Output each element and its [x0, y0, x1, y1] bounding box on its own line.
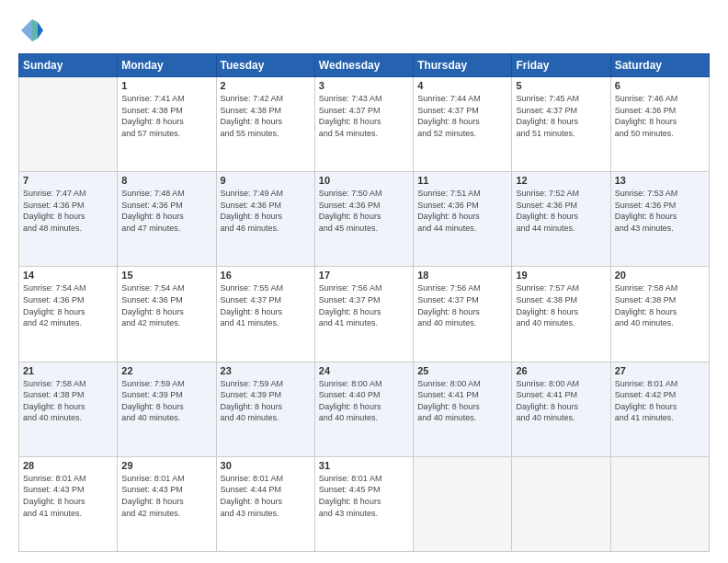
day-info: Sunrise: 7:41 AM Sunset: 4:38 PM Dayligh…	[121, 93, 211, 139]
day-info: Sunrise: 7:45 AM Sunset: 4:37 PM Dayligh…	[516, 93, 606, 139]
day-number: 11	[417, 175, 507, 186]
day-number: 20	[615, 270, 705, 281]
svg-marker-2	[32, 19, 38, 41]
day-number: 9	[221, 175, 311, 186]
svg-marker-1	[38, 22, 43, 39]
weekday-header-friday: Friday	[512, 54, 610, 77]
calendar-cell: 5Sunrise: 7:45 AM Sunset: 4:37 PM Daylig…	[512, 77, 610, 172]
day-number: 22	[121, 365, 211, 376]
calendar-cell: 15Sunrise: 7:54 AM Sunset: 4:36 PM Dayli…	[118, 267, 216, 362]
calendar-cell: 9Sunrise: 7:49 AM Sunset: 4:36 PM Daylig…	[216, 172, 314, 267]
calendar-cell: 8Sunrise: 7:48 AM Sunset: 4:36 PM Daylig…	[118, 172, 216, 267]
calendar-cell: 20Sunrise: 7:58 AM Sunset: 4:38 PM Dayli…	[610, 267, 709, 362]
day-info: Sunrise: 7:47 AM Sunset: 4:36 PM Dayligh…	[23, 188, 113, 234]
svg-marker-3	[21, 19, 32, 41]
day-number: 10	[319, 175, 409, 186]
calendar-cell: 16Sunrise: 7:55 AM Sunset: 4:37 PM Dayli…	[216, 267, 314, 362]
weekday-header-wednesday: Wednesday	[314, 54, 413, 77]
calendar-cell	[414, 456, 512, 551]
calendar-cell: 28Sunrise: 8:01 AM Sunset: 4:43 PM Dayli…	[19, 456, 118, 551]
calendar-cell: 12Sunrise: 7:52 AM Sunset: 4:36 PM Dayli…	[512, 172, 610, 267]
day-info: Sunrise: 7:42 AM Sunset: 4:38 PM Dayligh…	[221, 93, 311, 139]
calendar-cell: 7Sunrise: 7:47 AM Sunset: 4:36 PM Daylig…	[19, 172, 118, 267]
day-number: 1	[121, 80, 211, 91]
calendar-cell: 6Sunrise: 7:46 AM Sunset: 4:36 PM Daylig…	[610, 77, 709, 172]
calendar-week-row: 28Sunrise: 8:01 AM Sunset: 4:43 PM Dayli…	[19, 456, 710, 551]
calendar-cell: 1Sunrise: 7:41 AM Sunset: 4:38 PM Daylig…	[118, 77, 216, 172]
weekday-header-sunday: Sunday	[19, 54, 118, 77]
weekday-header-thursday: Thursday	[414, 54, 512, 77]
calendar-cell: 27Sunrise: 8:01 AM Sunset: 4:42 PM Dayli…	[610, 362, 709, 456]
day-number: 8	[121, 175, 211, 186]
weekday-header-saturday: Saturday	[610, 54, 709, 77]
day-number: 30	[221, 460, 311, 471]
day-number: 23	[221, 365, 311, 376]
day-info: Sunrise: 8:01 AM Sunset: 4:42 PM Dayligh…	[615, 378, 705, 424]
day-info: Sunrise: 7:58 AM Sunset: 4:38 PM Dayligh…	[615, 282, 705, 328]
day-number: 6	[615, 80, 705, 91]
day-number: 29	[121, 460, 211, 471]
calendar-cell: 31Sunrise: 8:01 AM Sunset: 4:45 PM Dayli…	[314, 456, 413, 551]
day-number: 31	[319, 460, 409, 471]
day-number: 28	[23, 460, 113, 471]
day-info: Sunrise: 8:00 AM Sunset: 4:40 PM Dayligh…	[319, 378, 409, 424]
day-info: Sunrise: 8:01 AM Sunset: 4:43 PM Dayligh…	[121, 473, 211, 519]
day-info: Sunrise: 8:00 AM Sunset: 4:41 PM Dayligh…	[516, 378, 606, 424]
day-number: 27	[615, 365, 705, 376]
day-number: 21	[23, 365, 113, 376]
day-info: Sunrise: 7:54 AM Sunset: 4:36 PM Dayligh…	[121, 282, 211, 328]
day-info: Sunrise: 7:43 AM Sunset: 4:37 PM Dayligh…	[319, 93, 409, 139]
calendar-cell: 21Sunrise: 7:58 AM Sunset: 4:38 PM Dayli…	[19, 362, 118, 456]
day-number: 26	[516, 365, 606, 376]
day-number: 18	[417, 270, 507, 281]
day-info: Sunrise: 7:58 AM Sunset: 4:38 PM Dayligh…	[23, 378, 113, 424]
day-number: 16	[221, 270, 311, 281]
weekday-header-monday: Monday	[118, 54, 216, 77]
day-info: Sunrise: 7:51 AM Sunset: 4:36 PM Dayligh…	[417, 188, 507, 234]
day-info: Sunrise: 7:46 AM Sunset: 4:36 PM Dayligh…	[615, 93, 705, 139]
day-info: Sunrise: 8:00 AM Sunset: 4:41 PM Dayligh…	[417, 378, 507, 424]
day-info: Sunrise: 7:56 AM Sunset: 4:37 PM Dayligh…	[417, 282, 507, 328]
day-info: Sunrise: 7:53 AM Sunset: 4:36 PM Dayligh…	[615, 188, 705, 234]
day-number: 3	[319, 80, 409, 91]
day-info: Sunrise: 7:55 AM Sunset: 4:37 PM Dayligh…	[221, 282, 311, 328]
day-number: 17	[319, 270, 409, 281]
day-number: 15	[121, 270, 211, 281]
page: SundayMondayTuesdayWednesdayThursdayFrid…	[0, 0, 728, 563]
logo-icon	[18, 17, 46, 44]
calendar-cell	[610, 456, 709, 551]
day-info: Sunrise: 7:52 AM Sunset: 4:36 PM Dayligh…	[516, 188, 606, 234]
day-number: 12	[516, 175, 606, 186]
day-info: Sunrise: 7:57 AM Sunset: 4:38 PM Dayligh…	[516, 282, 606, 328]
calendar-cell: 10Sunrise: 7:50 AM Sunset: 4:36 PM Dayli…	[314, 172, 413, 267]
calendar-cell: 11Sunrise: 7:51 AM Sunset: 4:36 PM Dayli…	[414, 172, 512, 267]
weekday-header-tuesday: Tuesday	[216, 54, 314, 77]
calendar-cell: 4Sunrise: 7:44 AM Sunset: 4:37 PM Daylig…	[414, 77, 512, 172]
weekday-header-row: SundayMondayTuesdayWednesdayThursdayFrid…	[19, 54, 710, 77]
day-info: Sunrise: 7:59 AM Sunset: 4:39 PM Dayligh…	[121, 378, 211, 424]
calendar-cell: 24Sunrise: 8:00 AM Sunset: 4:40 PM Dayli…	[314, 362, 413, 456]
calendar-cell	[512, 456, 610, 551]
calendar-week-row: 7Sunrise: 7:47 AM Sunset: 4:36 PM Daylig…	[19, 172, 710, 267]
header	[18, 17, 710, 44]
day-info: Sunrise: 8:01 AM Sunset: 4:44 PM Dayligh…	[221, 473, 311, 519]
day-info: Sunrise: 7:56 AM Sunset: 4:37 PM Dayligh…	[319, 282, 409, 328]
calendar-cell: 25Sunrise: 8:00 AM Sunset: 4:41 PM Dayli…	[414, 362, 512, 456]
calendar-cell: 14Sunrise: 7:54 AM Sunset: 4:36 PM Dayli…	[19, 267, 118, 362]
day-number: 19	[516, 270, 606, 281]
calendar-cell	[19, 77, 118, 172]
day-info: Sunrise: 8:01 AM Sunset: 4:43 PM Dayligh…	[23, 473, 113, 519]
calendar-week-row: 1Sunrise: 7:41 AM Sunset: 4:38 PM Daylig…	[19, 77, 710, 172]
day-number: 4	[417, 80, 507, 91]
day-number: 13	[615, 175, 705, 186]
day-info: Sunrise: 7:44 AM Sunset: 4:37 PM Dayligh…	[417, 93, 507, 139]
calendar-cell: 22Sunrise: 7:59 AM Sunset: 4:39 PM Dayli…	[118, 362, 216, 456]
day-info: Sunrise: 7:59 AM Sunset: 4:39 PM Dayligh…	[221, 378, 311, 424]
day-number: 7	[23, 175, 113, 186]
day-number: 2	[221, 80, 311, 91]
day-info: Sunrise: 7:48 AM Sunset: 4:36 PM Dayligh…	[121, 188, 211, 234]
calendar: SundayMondayTuesdayWednesdayThursdayFrid…	[18, 53, 710, 552]
calendar-cell: 17Sunrise: 7:56 AM Sunset: 4:37 PM Dayli…	[314, 267, 413, 362]
calendar-cell: 19Sunrise: 7:57 AM Sunset: 4:38 PM Dayli…	[512, 267, 610, 362]
calendar-cell: 3Sunrise: 7:43 AM Sunset: 4:37 PM Daylig…	[314, 77, 413, 172]
